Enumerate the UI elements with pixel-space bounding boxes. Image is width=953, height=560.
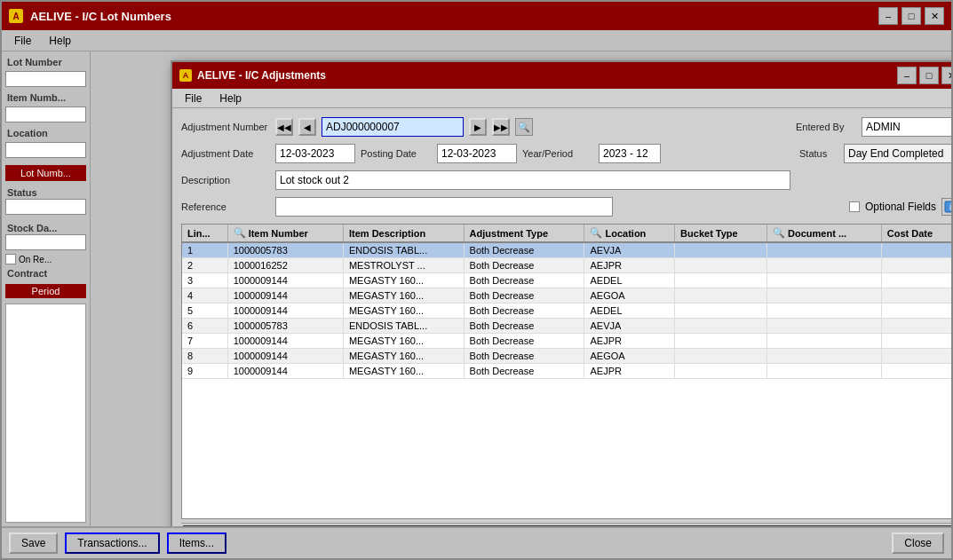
sidebar-on-receipt-label: On Re...: [19, 255, 52, 264]
search-icon[interactable]: 🔍: [515, 118, 533, 136]
optional-fields-group: Optional Fields i: [849, 198, 951, 216]
adjustments-table-wrapper[interactable]: Lin... 🔍 Item Number Item Description: [181, 224, 951, 519]
entered-by-label: Entered By: [796, 122, 858, 132]
table-row[interactable]: 9 1000009144 MEGASTY 160... Both Decreas…: [182, 364, 951, 379]
nav-first-button[interactable]: ◀◀: [275, 118, 293, 136]
optional-fields-checkbox[interactable]: [849, 201, 860, 212]
adjustment-date-input[interactable]: [275, 144, 355, 163]
nav-prev-button[interactable]: ◀: [298, 118, 316, 136]
sidebar-item-number-label: Item Numb...: [5, 91, 86, 105]
col-bucket-type: Bucket Type: [675, 225, 767, 242]
sidebar-stock-date-field[interactable]: [5, 234, 86, 250]
adjustment-number-row: Adjustment Number ◀◀ ◀ ▶ ▶▶ 🔍 Entered By: [181, 115, 951, 138]
scrollbar-track[interactable]: [183, 525, 951, 527]
reference-label: Reference: [181, 201, 270, 212]
nav-next-button[interactable]: ▶: [469, 118, 487, 136]
year-period-input[interactable]: [599, 144, 661, 163]
table-row[interactable]: 1 1000005783 ENDOSIS TABL... Both Decrea…: [182, 242, 951, 258]
col-item-number: 🔍 Item Number: [227, 225, 343, 242]
sidebar-location-field[interactable]: [5, 142, 86, 158]
sidebar-status-label: Status: [5, 185, 39, 200]
inner-titlebar: A AELIVE - I/C Adjustments – □ ✕: [172, 62, 951, 89]
entered-by-group: Entered By: [796, 117, 951, 137]
transactions-button[interactable]: Transactions...: [65, 532, 159, 554]
optional-fields-label: Optional Fields: [865, 201, 936, 213]
reference-row: Reference Optional Fields i: [181, 195, 951, 218]
posting-date-input[interactable]: [437, 144, 517, 163]
adjustment-date-label: Adjustment Date: [181, 148, 270, 159]
description-label: Description: [181, 175, 270, 185]
adjustment-number-input[interactable]: [322, 117, 464, 137]
sidebar-period-button[interactable]: Period: [5, 284, 86, 298]
reference-input[interactable]: [275, 197, 613, 217]
optional-fields-icon[interactable]: i: [941, 198, 951, 216]
table-row[interactable]: 2 1000016252 MESTROLYST ... Both Decreas…: [182, 258, 951, 273]
table-row[interactable]: 5 1000009144 MEGASTY 160... Both Decreas…: [182, 304, 951, 319]
sidebar-location-label: Location: [5, 126, 86, 140]
outer-win-buttons: – □ ✕: [878, 7, 944, 25]
save-button[interactable]: Save: [9, 532, 58, 554]
sidebar-on-receipt-checkbox[interactable]: [5, 254, 16, 264]
sidebar: Lot Number Item Numb... Location Lot Num…: [2, 51, 91, 526]
table-row[interactable]: 3 1000009144 MEGASTY 160... Both Decreas…: [182, 273, 951, 288]
description-input[interactable]: [275, 170, 790, 190]
table-scrollbar[interactable]: [181, 523, 951, 526]
table-row[interactable]: 4 1000009144 MEGASTY 160... Both Decreas…: [182, 288, 951, 304]
scrollbar-thumb[interactable]: [184, 526, 493, 527]
entered-by-input[interactable]: [862, 117, 951, 137]
adjustment-number-label: Adjustment Number: [181, 122, 270, 132]
col-line: Lin...: [182, 225, 227, 242]
sidebar-status-field[interactable]: [5, 199, 86, 215]
posting-date-label: Posting Date: [361, 148, 432, 159]
col-adj-type: Adjustment Type: [464, 225, 584, 242]
inner-maximize-button[interactable]: □: [919, 67, 939, 84]
outer-app-icon: A: [9, 9, 23, 23]
outer-content: Lot Number Item Numb... Location Lot Num…: [2, 51, 951, 526]
outer-minimize-button[interactable]: –: [878, 7, 898, 25]
outer-close-button[interactable]: ✕: [925, 7, 944, 25]
nav-last-button[interactable]: ▶▶: [492, 118, 510, 136]
sidebar-stock-date-section: Stock Da...: [5, 222, 86, 252]
outer-menu-file[interactable]: File: [5, 33, 40, 49]
sidebar-item-number-field[interactable]: [5, 106, 86, 122]
inner-win-buttons: – □ ✕: [897, 67, 951, 84]
sidebar-contract-label: Contract: [5, 266, 86, 280]
status-label: Status: [799, 148, 840, 159]
sidebar-stock-date-label: Stock Da...: [5, 221, 59, 235]
table-row[interactable]: 7 1000009144 MEGASTY 160... Both Decreas…: [182, 334, 951, 349]
col-cost-date: Cost Date: [881, 225, 951, 242]
inner-dialog: A AELIVE - I/C Adjustments – □ ✕ File He…: [171, 60, 951, 526]
inner-content: Adjustment Number ◀◀ ◀ ▶ ▶▶ 🔍 Entered By: [172, 108, 951, 526]
outer-titlebar: A AELIVE - I/C Lot Numbers – □ ✕: [2, 2, 951, 30]
dates-row: Adjustment Date Posting Date Year/Period…: [181, 142, 951, 165]
inner-close-button[interactable]: ✕: [941, 67, 951, 84]
inner-dialog-title: AELIVE - I/C Adjustments: [197, 69, 897, 82]
inner-menu-help[interactable]: Help: [210, 91, 250, 106]
sidebar-bottom-area: [5, 304, 86, 523]
inner-app-icon: A: [179, 69, 192, 82]
sidebar-on-receipt-row: On Re...: [5, 254, 86, 264]
sidebar-lot-number-field[interactable]: [5, 71, 86, 87]
outer-maximize-button[interactable]: □: [901, 7, 921, 25]
adjustments-table: Lin... 🔍 Item Number Item Description: [182, 225, 951, 379]
sidebar-lot-number-tab[interactable]: Lot Numb...: [5, 165, 86, 181]
inner-menubar: File Help: [172, 89, 951, 108]
table-row[interactable]: 6 1000005783 ENDOSIS TABL... Both Decrea…: [182, 319, 951, 334]
inner-menu-file[interactable]: File: [176, 91, 210, 106]
description-row: Description: [181, 169, 951, 192]
outer-close-bottom-button[interactable]: Close: [892, 532, 944, 554]
col-location: 🔍 Location: [584, 225, 675, 242]
col-document: 🔍 Document ...: [767, 225, 882, 242]
main-area: A AELIVE - I/C Adjustments – □ ✕ File He…: [91, 51, 951, 526]
items-button[interactable]: Items...: [167, 532, 226, 554]
status-input: [844, 144, 951, 163]
inner-minimize-button[interactable]: –: [897, 67, 917, 84]
sidebar-lot-number-label: Lot Number: [5, 55, 86, 69]
svg-text:i: i: [949, 202, 951, 212]
status-group: Status: [799, 144, 951, 163]
outer-menubar: File Help: [2, 30, 951, 51]
outer-menu-help[interactable]: Help: [40, 33, 80, 49]
sidebar-status-section: Status: [5, 186, 86, 217]
table-row[interactable]: 8 1000009144 MEGASTY 160... Both Decreas…: [182, 349, 951, 364]
outer-window: A AELIVE - I/C Lot Numbers – □ ✕ File He…: [0, 0, 953, 560]
